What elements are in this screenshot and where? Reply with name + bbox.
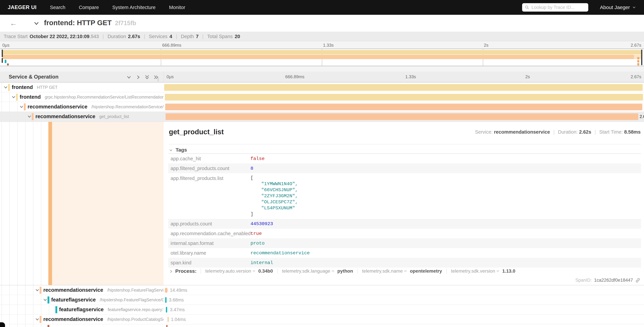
about-jaeger-menu[interactable]: About Jaeger [600, 4, 636, 10]
chevron-down-icon[interactable] [35, 317, 40, 322]
duration-label: Duration [108, 34, 126, 39]
span-bar[interactable] [166, 307, 167, 312]
detail-operation-title: get_product_list [169, 128, 224, 136]
trace-collapse-chevron-icon[interactable] [33, 20, 40, 26]
timeline-header: Service & Operation ∥ 0μs 666.89ms 1.33s… [0, 72, 644, 82]
tag-value-list: [ "1YMWWN1N4O", "66VCHSJNUP", "2ZYFJ3GM2… [250, 175, 298, 217]
app-logo[interactable]: JAEGER UI [8, 4, 36, 10]
span-duration-label: 1.04ms [171, 317, 186, 322]
service-color-bar [40, 316, 42, 323]
operation-name: grpc.hipstershop.RecommendationService/L… [45, 95, 164, 100]
span-bar[interactable] [165, 104, 642, 110]
duration-label: Duration: [558, 129, 578, 135]
trace-id-search-input[interactable] [531, 5, 586, 10]
span-row-get-product-list-selected[interactable]: 2.62s recommendationservice get_product_… [0, 112, 644, 122]
trace-title: frontend: HTTP GET2f715fb [44, 19, 136, 27]
span-bar[interactable] [168, 317, 169, 322]
minimap-span-right [637, 63, 639, 66]
total-spans-label: Total Spans [207, 34, 233, 39]
service-name: recommendationservice [36, 114, 95, 120]
services-label: Services [149, 34, 168, 39]
minimap-left-handle[interactable] [2, 50, 3, 57]
tag-row[interactable]: app.filtered_products.list [ "1YMWWN1N4O… [168, 173, 641, 219]
column-resizer[interactable]: ∥ [157, 76, 159, 82]
link-icon[interactable] [635, 278, 640, 283]
tag-row[interactable]: internal.span.format proto [168, 238, 641, 248]
tag-row[interactable]: otel.library.name recommendationservice [168, 248, 641, 258]
duration-value: 2.67s [128, 34, 140, 39]
tag-row[interactable]: app.filtered_products.count 8 [168, 164, 641, 173]
minimap-span-featureflag [5, 60, 6, 63]
tag-value: recommendationservice [250, 250, 310, 256]
nav-item-monitor[interactable]: Monitor [169, 5, 185, 10]
axis-tick: 2.67s [630, 43, 641, 48]
tag-value: proto [250, 241, 264, 246]
service-name: featureflagservice [51, 297, 96, 303]
span-row-recommendation-list[interactable]: recommendationservice /hipstershop.Recom… [0, 102, 644, 112]
minimap-span-right [637, 60, 639, 62]
axis-tick: 2s [484, 43, 488, 48]
chevron-down-icon[interactable] [11, 95, 16, 100]
chevron-down-icon[interactable] [19, 104, 24, 109]
span-row-featureflag-grpc[interactable]: 3.68ms featureflagservice /hipstershop.F… [0, 295, 644, 305]
axis-tick: 2.67s [630, 74, 641, 80]
span-row-recommendation-catalog[interactable]: 1.04ms recommendationservice /hipstersho… [0, 314, 644, 324]
nav-item-search[interactable]: Search [50, 5, 66, 10]
trace-minimap: 0μs 666.89ms 1.33s 2s 2.67s [0, 41, 644, 72]
tag-row[interactable]: app.products.count 44530923 [168, 219, 641, 229]
service-color-bar [8, 84, 10, 91]
tag-row[interactable]: span.kind internal [168, 258, 641, 268]
chevron-down-icon[interactable] [3, 85, 8, 90]
tag-value: 8 [250, 166, 253, 171]
minimap-span-recommendation [2, 55, 634, 59]
span-bar[interactable] [166, 113, 638, 120]
span-id-label: SpanID: [575, 278, 592, 283]
span-bar[interactable] [165, 297, 166, 303]
chevron-down-icon[interactable] [35, 288, 40, 292]
expand-one-icon[interactable] [135, 74, 141, 80]
tags-section-toggle[interactable]: Tags [169, 147, 187, 153]
service-name: recommendationservice [43, 316, 103, 322]
tag-key: app.filtered_products.list [168, 175, 250, 181]
minimap-right-handle[interactable] [641, 50, 642, 65]
span-bar[interactable] [165, 94, 643, 100]
service-color-bar [24, 104, 26, 110]
process-section-toggle[interactable]: Process: telemetry.auto.version=0.34b0 t… [169, 268, 520, 274]
selected-span-color-strip [48, 122, 52, 285]
tag-row[interactable]: app.recommendation.cache_enabled true [168, 229, 641, 238]
span-duration-label: 3.47ms [170, 307, 185, 312]
back-button[interactable]: ← [7, 18, 20, 28]
span-row-featureflag-repo-query[interactable]: 3.47ms featureflagservice featureflagser… [0, 305, 644, 314]
service-operation-header: Service & Operation [9, 74, 58, 80]
minimap-canvas[interactable] [0, 49, 644, 66]
service-color-bar [56, 306, 57, 313]
collapse-one-icon[interactable] [126, 74, 132, 80]
span-bar [166, 325, 168, 327]
span-bar[interactable] [165, 288, 168, 293]
minimap-left-handle[interactable] [2, 58, 3, 63]
chevron-down-icon [632, 6, 636, 9]
operation-name: /hipstershop.FeatureFlagService... [107, 288, 164, 292]
detail-indent-column [0, 122, 164, 285]
service-name: featureflagservice [59, 306, 104, 312]
operation-name: /hipstershop.RecommendationService/Lis..… [92, 104, 164, 109]
collapse-all-icon[interactable] [144, 74, 150, 80]
tag-row[interactable]: app.cache_hit false [168, 154, 641, 164]
process-item: telemetry.sdk.language=python [277, 268, 358, 274]
nav-item-compare[interactable]: Compare [79, 5, 99, 10]
trace-start-fraction: .543 [90, 34, 99, 39]
chevron-down-icon[interactable] [27, 114, 32, 119]
chevron-down-icon[interactable] [43, 298, 48, 302]
span-row-frontend-httpget[interactable]: frontend HTTP GET [0, 82, 644, 92]
service-name: frontend [20, 94, 41, 100]
span-row-frontend-grpc[interactable]: frontend grpc.hipstershop.Recommendation… [0, 92, 644, 102]
trace-id-search-box[interactable] [522, 3, 588, 12]
span-row-recommendation-featureflag[interactable]: 14.49ms recommendationservice /hipstersh… [0, 285, 644, 295]
trace-start-label: Trace Start [4, 34, 28, 39]
nav-item-system-architecture[interactable]: System Architecture [112, 5, 156, 10]
start-time-value: 8.58ms [624, 129, 641, 135]
span-row-partial[interactable] [0, 324, 644, 327]
top-nav: JAEGER UI Search Compare System Architec… [0, 0, 644, 15]
span-bar[interactable] [164, 84, 643, 91]
axis-tick: 1.33s [405, 74, 416, 80]
